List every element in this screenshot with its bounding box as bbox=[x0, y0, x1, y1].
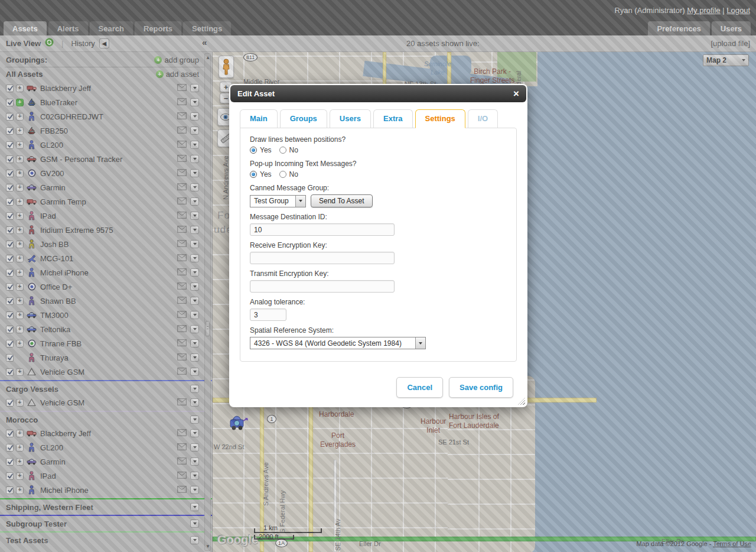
asset-name[interactable]: Iridium Extreme 9575 bbox=[40, 226, 113, 235]
asset-name[interactable]: TM3000 bbox=[40, 311, 69, 320]
asset-checkbox[interactable] bbox=[6, 127, 14, 135]
group-menu-button[interactable] bbox=[190, 519, 199, 528]
nav-tab-preferences[interactable]: Preferences bbox=[648, 21, 709, 35]
asset-checkbox[interactable] bbox=[6, 340, 14, 348]
asset-checkbox[interactable] bbox=[6, 354, 14, 362]
nav-tab-reports[interactable]: Reports bbox=[135, 21, 181, 35]
nav-tab-alerts[interactable]: Alerts bbox=[48, 21, 88, 35]
asset-menu-button[interactable] bbox=[190, 297, 199, 305]
cancel-button[interactable]: Cancel bbox=[396, 377, 443, 398]
asset-menu-button[interactable] bbox=[190, 325, 199, 333]
expand-button[interactable]: + bbox=[16, 255, 24, 262]
expand-button[interactable]: + bbox=[16, 212, 24, 220]
expand-button[interactable]: + bbox=[16, 486, 24, 494]
asset-menu-button[interactable] bbox=[190, 339, 199, 348]
asset-menu-button[interactable] bbox=[190, 197, 199, 206]
asset-name[interactable]: Vehicle GSM bbox=[40, 368, 84, 376]
asset-checkbox[interactable] bbox=[6, 255, 14, 262]
expand-button[interactable]: + bbox=[16, 297, 24, 305]
message-envelope-icon[interactable] bbox=[177, 338, 187, 349]
upload-file-link[interactable]: [upload file] bbox=[711, 39, 751, 48]
asset-menu-button[interactable] bbox=[190, 155, 199, 163]
expand-button[interactable]: + bbox=[16, 283, 24, 291]
asset-checkbox[interactable] bbox=[6, 269, 14, 277]
message-envelope-icon[interactable] bbox=[177, 310, 187, 320]
terms-of-use-link[interactable]: Terms of Use bbox=[713, 540, 751, 547]
asset-checkbox[interactable] bbox=[6, 311, 14, 319]
asset-checkbox[interactable] bbox=[6, 141, 14, 149]
asset-checkbox[interactable] bbox=[6, 486, 14, 494]
asset-checkbox[interactable] bbox=[6, 444, 14, 452]
asset-menu-button[interactable] bbox=[190, 84, 199, 92]
collapse-sidebar-button[interactable]: « bbox=[202, 37, 207, 47]
popup-no-radio[interactable] bbox=[279, 171, 286, 178]
asset-menu-button[interactable] bbox=[190, 353, 199, 362]
asset-name[interactable]: GV200 bbox=[40, 169, 64, 178]
expand-button[interactable]: + bbox=[16, 141, 24, 149]
asset-menu-button[interactable] bbox=[190, 169, 199, 177]
pegman-control[interactable] bbox=[219, 56, 234, 78]
close-icon[interactable]: × bbox=[513, 89, 519, 99]
message-envelope-icon[interactable] bbox=[177, 281, 187, 292]
message-envelope-icon[interactable] bbox=[177, 253, 187, 264]
message-envelope-icon[interactable] bbox=[177, 352, 187, 363]
message-envelope-icon[interactable] bbox=[177, 139, 187, 150]
asset-menu-button[interactable] bbox=[190, 126, 199, 135]
asset-name[interactable]: Thrane FBB bbox=[40, 339, 82, 348]
group-header[interactable]: Cargo Vessels bbox=[0, 382, 212, 395]
group-menu-button[interactable] bbox=[190, 415, 199, 424]
asset-menu-button[interactable] bbox=[190, 429, 199, 437]
my-profile-link[interactable]: My profile bbox=[687, 6, 720, 15]
asset-checkbox[interactable] bbox=[6, 283, 14, 291]
asset-menu-button[interactable] bbox=[190, 254, 199, 262]
nav-tab-users[interactable]: Users bbox=[712, 21, 751, 35]
canned-message-group-select[interactable]: Test Group bbox=[250, 195, 306, 207]
expand-button[interactable]: + bbox=[16, 155, 24, 163]
asset-name[interactable]: Teltonika bbox=[40, 325, 70, 334]
live-view-label[interactable]: Live View bbox=[6, 39, 41, 48]
save-config-button[interactable]: Save config bbox=[449, 377, 513, 398]
asset-menu-button[interactable] bbox=[190, 141, 199, 149]
expand-button[interactable]: + bbox=[16, 340, 24, 348]
asset-checkbox[interactable] bbox=[6, 226, 14, 234]
asset-name[interactable]: Office D+ bbox=[40, 283, 72, 291]
popup-yes-radio[interactable] bbox=[250, 171, 257, 178]
analog-tolerance-input[interactable] bbox=[250, 309, 286, 321]
asset-name[interactable]: Thuraya bbox=[40, 353, 69, 362]
dialog-tab-main[interactable]: Main bbox=[240, 109, 278, 128]
asset-name[interactable]: BlueTraker bbox=[40, 98, 77, 107]
asset-name[interactable]: Blackberry Jeff bbox=[40, 429, 91, 438]
expand-button[interactable]: + bbox=[16, 226, 24, 234]
group-header[interactable]: Test Assets bbox=[0, 534, 212, 547]
asset-menu-button[interactable] bbox=[190, 283, 199, 291]
expand-button[interactable]: + bbox=[16, 472, 24, 480]
nav-tab-assets[interactable]: Assets bbox=[4, 21, 47, 35]
asset-name[interactable]: Garmin bbox=[40, 183, 66, 192]
asset-menu-button[interactable] bbox=[190, 226, 199, 234]
asset-name[interactable]: Blackberry Jeff bbox=[40, 84, 91, 93]
map-type-selector[interactable]: Map 2 bbox=[703, 54, 749, 66]
asset-menu-button[interactable] bbox=[190, 183, 199, 191]
message-envelope-icon[interactable] bbox=[177, 442, 187, 453]
expand-button[interactable]: + bbox=[16, 399, 24, 407]
nav-tab-search[interactable]: Search bbox=[90, 21, 133, 35]
message-envelope-icon[interactable] bbox=[177, 456, 187, 467]
message-envelope-icon[interactable] bbox=[177, 324, 187, 335]
message-envelope-icon[interactable] bbox=[177, 97, 187, 108]
asset-name[interactable]: Michel iPhone bbox=[40, 486, 89, 495]
expand-button[interactable]: + bbox=[16, 269, 24, 277]
dialog-tab-groups[interactable]: Groups bbox=[280, 109, 327, 128]
message-destination-id-input[interactable] bbox=[250, 223, 395, 236]
asset-menu-button[interactable] bbox=[190, 368, 199, 376]
sidebar-scrollbar[interactable]: ▲ ▼ bbox=[204, 53, 211, 551]
asset-name[interactable]: Vehicle GSM bbox=[40, 398, 84, 407]
asset-checkbox[interactable] bbox=[6, 170, 14, 177]
asset-name[interactable]: Josh BB bbox=[40, 240, 69, 249]
asset-name[interactable]: C02GDHREDJWT bbox=[40, 112, 103, 121]
asset-name[interactable]: Michel iPhone bbox=[40, 268, 89, 277]
spatial-reference-system-select[interactable]: 4326 - WGS 84 (World Geodetic System 198… bbox=[250, 337, 426, 349]
add-group-button[interactable]: + add group bbox=[154, 56, 199, 64]
asset-menu-button[interactable] bbox=[190, 112, 199, 121]
refresh-icon[interactable] bbox=[45, 38, 54, 48]
asset-checkbox[interactable] bbox=[6, 458, 14, 466]
